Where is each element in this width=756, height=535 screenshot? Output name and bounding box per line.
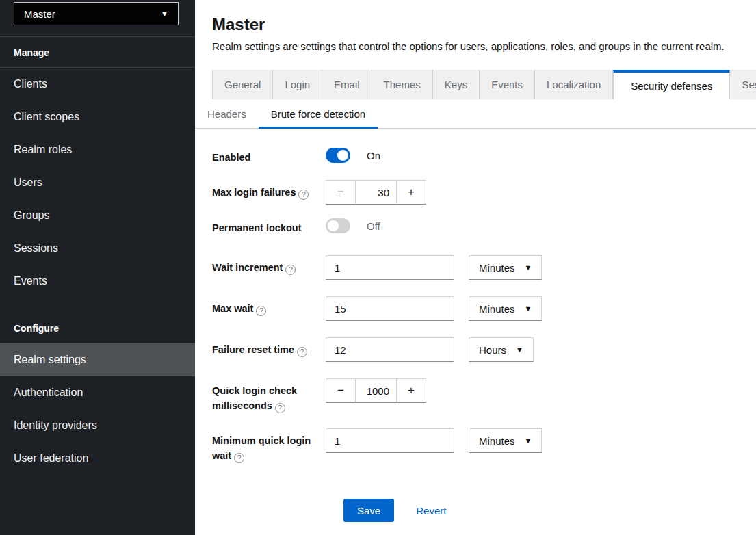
realm-selector-area: Master ▼: [0, 0, 195, 37]
min-quick-login-wait-label: Minimum quick login wait?: [212, 428, 326, 463]
help-icon[interactable]: ?: [298, 190, 309, 200]
nav-group-configure: Configure: [0, 313, 195, 343]
max-wait-label: Max wait?: [212, 296, 326, 316]
sidebar-item-groups[interactable]: Groups: [0, 199, 195, 232]
form-row-permanent-lockout: Permanent lockout Off: [212, 216, 756, 235]
subtab-bar: Headers Brute force detection: [195, 101, 756, 129]
tab-sessions[interactable]: Sessions: [730, 70, 756, 99]
failure-reset-time-input[interactable]: [326, 337, 454, 362]
main-content: Master Realm settings are settings that …: [195, 0, 756, 535]
min-quick-login-wait-control: Minutes ▼: [326, 428, 542, 453]
page-title: Master: [212, 15, 756, 34]
min-quick-login-wait-unit-select[interactable]: Minutes ▼: [469, 428, 542, 453]
nav-group-manage: Manage: [0, 37, 195, 68]
unit-select-value: Minutes: [479, 435, 515, 447]
max-login-failures-spinner: − +: [326, 180, 426, 205]
sidebar-item-authentication[interactable]: Authentication: [0, 376, 195, 409]
help-icon[interactable]: ?: [285, 265, 296, 275]
sidebar: Master ▼ Manage Clients Client scopes Re…: [0, 0, 195, 535]
unit-select-value: Hours: [479, 344, 506, 356]
max-login-failures-label-text: Max login failures: [212, 187, 296, 198]
quick-login-check-spinner: − +: [326, 378, 426, 403]
form-row-wait-increment: Wait increment? Minutes ▼: [212, 255, 756, 280]
configure-nav-list: Realm settings Authentication Identity p…: [0, 343, 195, 475]
tab-bar: General Login Email Themes Keys Events L…: [212, 70, 756, 99]
form-row-failure-reset-time: Failure reset time? Hours ▼: [212, 337, 756, 362]
tab-email[interactable]: Email: [322, 70, 372, 99]
enabled-label: Enabled: [212, 145, 326, 165]
sidebar-item-clients[interactable]: Clients: [0, 68, 195, 101]
permanent-lockout-label-text: Permanent lockout: [212, 222, 302, 233]
sidebar-item-sessions[interactable]: Sessions: [0, 232, 195, 265]
failure-reset-time-label: Failure reset time?: [212, 337, 326, 357]
subtab-headers[interactable]: Headers: [195, 101, 259, 129]
sidebar-item-identity-providers[interactable]: Identity providers: [0, 409, 195, 442]
enabled-toggle[interactable]: [326, 148, 350, 163]
help-icon[interactable]: ?: [256, 306, 266, 316]
sidebar-item-user-federation[interactable]: User federation: [0, 442, 195, 475]
save-button[interactable]: Save: [343, 499, 394, 522]
sidebar-item-users[interactable]: Users: [0, 166, 195, 199]
permanent-lockout-toggle-state: Off: [367, 220, 380, 232]
wait-increment-label: Wait increment?: [212, 255, 326, 275]
help-icon[interactable]: ?: [275, 403, 285, 413]
wait-increment-input[interactable]: [326, 255, 454, 280]
minus-button[interactable]: −: [326, 180, 356, 205]
chevron-down-icon: ▼: [516, 345, 523, 354]
plus-button[interactable]: +: [396, 378, 426, 403]
nav-spacer: [0, 298, 195, 313]
chevron-down-icon: ▼: [161, 10, 168, 18]
tab-general[interactable]: General: [212, 70, 273, 99]
tab-keys[interactable]: Keys: [433, 70, 480, 99]
permanent-lockout-toggle[interactable]: [326, 218, 350, 233]
failure-reset-time-unit-select[interactable]: Hours ▼: [469, 337, 534, 362]
app-window: Master ▼ Manage Clients Client scopes Re…: [0, 0, 756, 535]
max-login-failures-label: Max login failures?: [212, 180, 326, 200]
wait-increment-label-text: Wait increment: [212, 262, 283, 273]
enabled-label-text: Enabled: [212, 152, 250, 163]
sidebar-item-realm-settings[interactable]: Realm settings: [0, 343, 195, 376]
wait-increment-control: Minutes ▼: [326, 255, 542, 280]
tab-events[interactable]: Events: [480, 70, 535, 99]
toggle-knob: [328, 220, 339, 231]
tab-localization[interactable]: Localization: [535, 70, 613, 99]
enabled-toggle-state: On: [367, 150, 380, 161]
permanent-lockout-control: Off: [326, 216, 380, 235]
subtab-brute-force-detection[interactable]: Brute force detection: [259, 101, 378, 129]
min-quick-login-wait-input[interactable]: [326, 428, 454, 453]
max-wait-unit-select[interactable]: Minutes ▼: [469, 296, 542, 321]
realm-selector-dropdown[interactable]: Master ▼: [14, 2, 179, 25]
sidebar-item-realm-roles[interactable]: Realm roles: [0, 133, 195, 166]
chevron-down-icon: ▼: [525, 304, 532, 313]
form-row-min-quick-login-wait: Minimum quick login wait? Minutes ▼: [212, 428, 756, 463]
manage-nav-list: Clients Client scopes Realm roles Users …: [0, 68, 195, 298]
tab-themes[interactable]: Themes: [372, 70, 433, 99]
sidebar-item-client-scopes[interactable]: Client scopes: [0, 101, 195, 133]
sidebar-item-events[interactable]: Events: [0, 265, 195, 298]
chevron-down-icon: ▼: [525, 436, 532, 445]
unit-select-value: Minutes: [479, 262, 515, 274]
revert-link[interactable]: Revert: [416, 505, 446, 517]
max-login-failures-input[interactable]: [356, 180, 396, 205]
min-quick-login-wait-label-text: Minimum quick login wait: [212, 435, 311, 461]
toggle-knob: [337, 150, 348, 161]
quick-login-check-input[interactable]: [356, 378, 396, 403]
unit-select-value: Minutes: [479, 303, 515, 315]
tab-security-defenses[interactable]: Security defenses: [613, 70, 730, 99]
max-wait-control: Minutes ▼: [326, 296, 542, 321]
tab-login[interactable]: Login: [273, 70, 322, 99]
form-row-max-wait: Max wait? Minutes ▼: [212, 296, 756, 321]
minus-button[interactable]: −: [326, 378, 356, 403]
form-row-enabled: Enabled On: [212, 145, 756, 165]
help-icon[interactable]: ?: [297, 347, 307, 357]
page-header: Master Realm settings are settings that …: [212, 15, 756, 52]
max-wait-input[interactable]: [326, 296, 454, 321]
form-row-quick-login-check: Quick login check milliseconds? − +: [212, 378, 756, 413]
wait-increment-unit-select[interactable]: Minutes ▼: [469, 255, 542, 280]
chevron-down-icon: ▼: [525, 263, 532, 272]
form-actions: Save Revert: [343, 499, 756, 522]
plus-button[interactable]: +: [396, 180, 426, 205]
enabled-control: On: [326, 145, 380, 164]
failure-reset-time-control: Hours ▼: [326, 337, 534, 362]
help-icon[interactable]: ?: [234, 453, 244, 463]
